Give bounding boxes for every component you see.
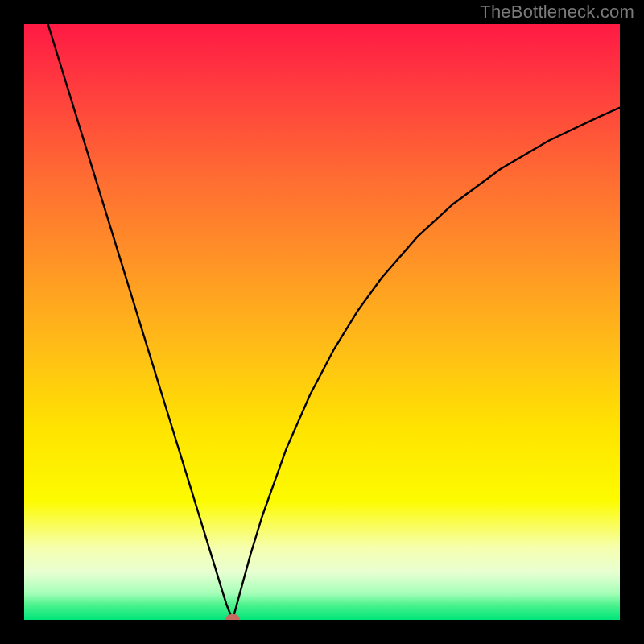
gradient-background bbox=[24, 24, 620, 620]
chart-svg bbox=[24, 24, 620, 620]
chart-container: TheBottleneck.com bbox=[0, 0, 644, 644]
optimum-marker bbox=[225, 614, 240, 620]
plot-area bbox=[24, 24, 620, 620]
watermark-text: TheBottleneck.com bbox=[480, 2, 634, 23]
